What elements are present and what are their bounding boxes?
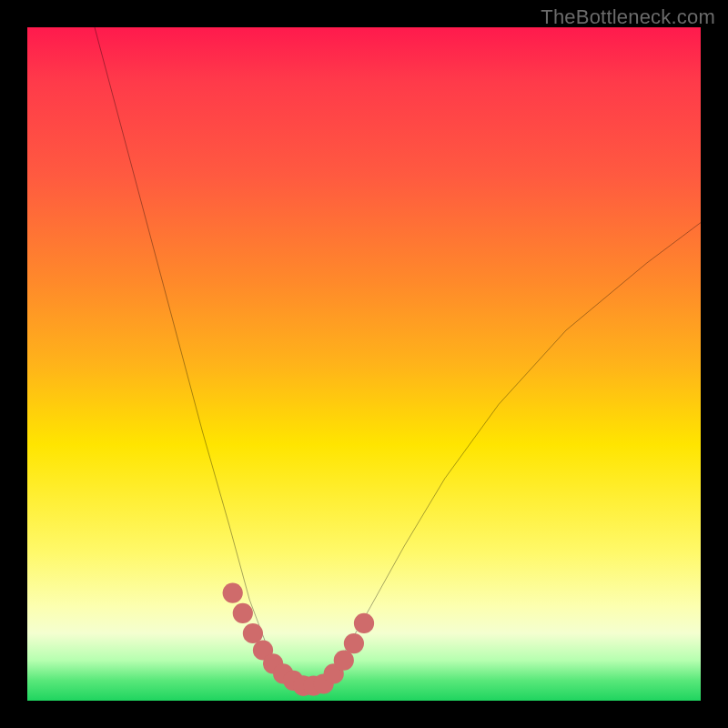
- marker-dot: [243, 623, 263, 643]
- marker-dot: [354, 613, 374, 633]
- curve-bottleneck-curve-left: [95, 27, 287, 684]
- curve-bottleneck-curve-right: [324, 223, 701, 684]
- plot-area: [27, 27, 701, 701]
- marker-dot: [344, 633, 364, 653]
- marker-dot: [223, 583, 243, 603]
- marker-dot: [233, 603, 253, 623]
- watermark-text: TheBottleneck.com: [541, 5, 715, 29]
- chart-frame: TheBottleneck.com: [0, 0, 728, 728]
- marker-dot: [334, 651, 354, 671]
- curve-layer: [27, 27, 701, 701]
